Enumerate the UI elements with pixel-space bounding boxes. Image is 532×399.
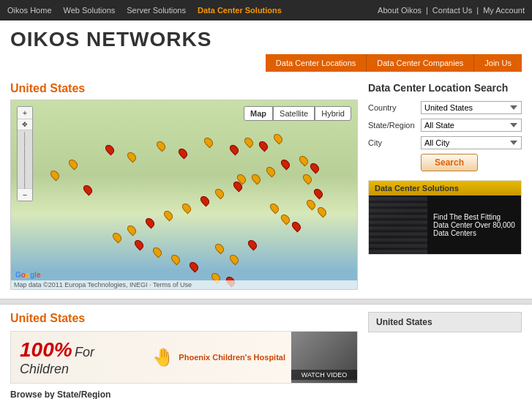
dc-solutions-header: Data Center Solutions	[369, 181, 521, 195]
watch-video-label[interactable]: WATCH VIDEO	[291, 370, 357, 380]
map-attribution: Map data ©2011 Europa Technologies, INEG…	[11, 280, 357, 289]
map-type-buttons: Map Satellite Hybrid	[244, 106, 351, 121]
search-heading: Data Center Location Search	[368, 82, 522, 94]
dc-solutions-content: Find The Best Fitting Data Center Over 8…	[369, 195, 521, 254]
map-zoom-out[interactable]: −	[18, 189, 32, 201]
map-zoom-in[interactable]: +	[18, 107, 32, 119]
search-city-row: City All City	[368, 136, 522, 149]
ad-video-image[interactable]: WATCH VIDEO	[291, 332, 357, 383]
nav-web-solutions[interactable]: Web Solutions	[64, 6, 116, 15]
map-btn-satellite[interactable]: Satellite	[273, 106, 315, 121]
state-label: State/Region	[368, 121, 421, 130]
site-logo: OIKOS NETWORKS	[10, 28, 522, 51]
map-btn-hybrid[interactable]: Hybrid	[315, 106, 351, 121]
ad-logo: 🤚 Phoenix Children's Hospital	[146, 347, 291, 368]
ad-hand-icon: 🤚	[152, 347, 174, 368]
map-section: United States + ✥ │││││││││ − Map Satell…	[10, 82, 358, 290]
bottom-right: United States	[368, 312, 522, 399]
bottom-left: United States 100% For Children 🤚 Phoeni…	[10, 312, 358, 399]
top-navigation: Oikos Home Web Solutions Server Solution…	[0, 0, 532, 20]
nav-server-solutions[interactable]: Server Solutions	[127, 6, 186, 15]
nav-about-oikos[interactable]: About Oikos	[378, 6, 422, 15]
state-select[interactable]: All State	[421, 119, 522, 132]
ad-hospital-name: Phoenix Children's Hospital	[179, 353, 285, 362]
google-logo: Google	[15, 271, 40, 279]
search-country-row: Country United States	[368, 101, 522, 114]
section-divider	[0, 299, 532, 305]
browse-label: Browse by State/Region	[10, 389, 358, 399]
country-label: Country	[368, 103, 421, 112]
ad-banner[interactable]: 100% For Children 🤚 Phoenix Children's H…	[10, 331, 358, 384]
bottom-section: United States 100% For Children 🤚 Phoeni…	[0, 305, 532, 399]
map-drag[interactable]: ✥	[18, 119, 32, 130]
top-nav-left: Oikos Home Web Solutions Server Solution…	[7, 6, 282, 15]
nav-contact-us[interactable]: Contact Us	[432, 6, 472, 15]
search-panel: Data Center Location Search Country Unit…	[368, 82, 522, 290]
nav-my-account[interactable]: My Account	[483, 6, 525, 15]
dc-solutions-image	[369, 195, 427, 254]
nav-oikos-home[interactable]: Oikos Home	[7, 6, 52, 15]
map-controls: + ✥ │││││││││ −	[17, 106, 33, 201]
orange-tabs: Data Center Locations Data Center Compan…	[266, 54, 522, 72]
map-background	[11, 100, 357, 289]
dc-solutions-text: Find The Best Fitting Data Center Over 8…	[427, 195, 521, 254]
logo-bar: OIKOS NETWORKS	[0, 20, 532, 54]
map-zoom-slider[interactable]: │││││││││	[18, 130, 32, 189]
city-select[interactable]: All City	[421, 136, 522, 149]
tab-join-us[interactable]: Join Us	[474, 54, 522, 72]
tab-data-center-companies[interactable]: Data Center Companies	[367, 54, 474, 72]
map-heading: United States	[10, 82, 358, 95]
bottom-heading: United States	[10, 312, 358, 325]
search-state-row: State/Region All State	[368, 119, 522, 132]
ad-text: 100% For Children	[11, 338, 146, 377]
orange-nav: Data Center Locations Data Center Compan…	[0, 54, 532, 76]
bottom-right-box: United States	[368, 312, 522, 332]
tab-data-center-locations[interactable]: Data Center Locations	[266, 54, 367, 72]
ad-percent: 100%	[20, 338, 72, 361]
search-button[interactable]: Search	[421, 154, 478, 171]
map-btn-map[interactable]: Map	[244, 106, 273, 121]
map-container[interactable]: + ✥ │││││││││ − Map Satellite Hybrid	[10, 100, 358, 290]
country-select[interactable]: United States	[421, 101, 522, 114]
main-content: United States + ✥ │││││││││ − Map Satell…	[0, 76, 532, 296]
top-nav-right: About Oikos | Contact Us | My Account	[378, 6, 525, 15]
dc-solutions-box: Data Center Solutions Find The Best Fitt…	[368, 180, 522, 255]
nav-data-center-solutions[interactable]: Data Center Solutions	[198, 6, 282, 15]
city-label: City	[368, 138, 421, 147]
